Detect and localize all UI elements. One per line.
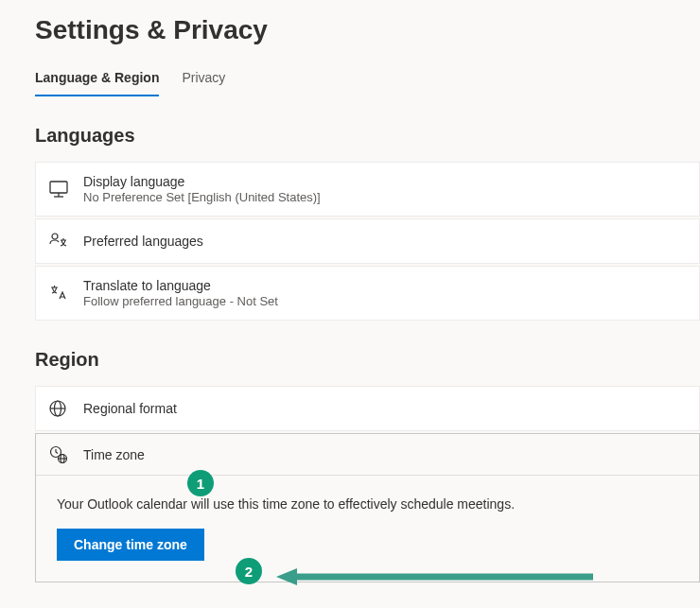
translate-title: Translate to language [83, 278, 278, 293]
display-language-title: Display language [83, 174, 321, 189]
preferred-languages-icon [49, 233, 83, 250]
svg-point-3 [52, 234, 58, 239]
tabs: Language & Region Privacy [35, 70, 700, 96]
annotation-arrow-icon [276, 567, 598, 586]
tab-privacy[interactable]: Privacy [182, 70, 225, 96]
display-language-sub: No Preference Set [English (United State… [83, 190, 321, 204]
tab-language-region[interactable]: Language & Region [35, 70, 159, 96]
time-zone-description: Your Outlook calendar will use this time… [57, 496, 678, 512]
card-time-zone-expanded: Time zone Your Outlook calendar will use… [35, 433, 700, 582]
change-time-zone-button[interactable]: Change time zone [57, 529, 204, 561]
preferred-languages-title: Preferred languages [83, 234, 203, 249]
time-zone-icon [49, 445, 83, 463]
svg-marker-12 [276, 568, 297, 585]
svg-rect-0 [50, 182, 67, 193]
section-heading-languages: Languages [35, 125, 700, 147]
card-regional-format[interactable]: Regional format [35, 386, 700, 431]
card-translate-language[interactable]: Translate to language Follow preferred l… [35, 266, 700, 321]
page-title: Settings & Privacy [35, 15, 700, 45]
annotation-step-2: 2 [236, 558, 262, 584]
card-preferred-languages[interactable]: Preferred languages [35, 218, 700, 264]
annotation-step-1: 1 [187, 470, 214, 496]
translate-sub: Follow preferred language - Not Set [83, 294, 278, 308]
globe-icon [49, 400, 83, 417]
monitor-icon [49, 181, 83, 198]
time-zone-title: Time zone [83, 447, 145, 462]
section-heading-region: Region [35, 349, 700, 371]
translate-icon [49, 285, 83, 302]
time-zone-header[interactable]: Time zone [36, 434, 699, 476]
card-display-language[interactable]: Display language No Preference Set [Engl… [35, 162, 700, 217]
regional-format-title: Regional format [83, 401, 177, 416]
